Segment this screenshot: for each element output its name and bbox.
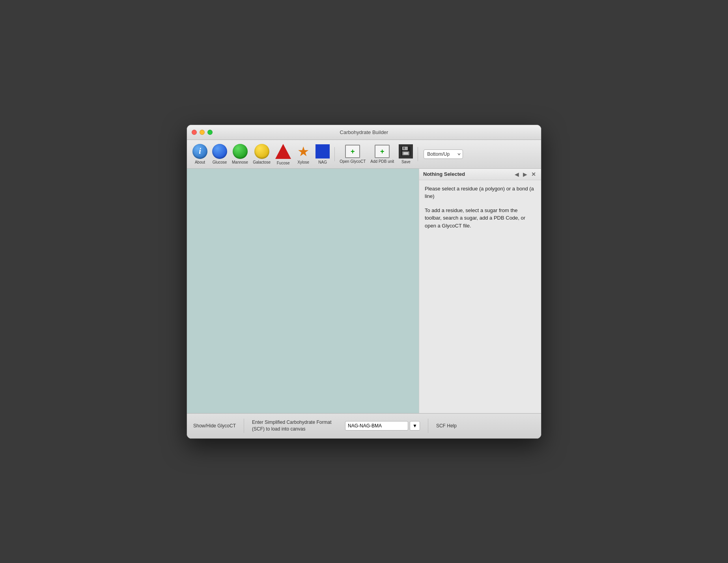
save-icon bbox=[399, 144, 413, 158]
open-glycoct-label: Open GlycoCT bbox=[340, 159, 366, 164]
main-window: Carbohydrate Builder i About Glucose Man… bbox=[187, 125, 541, 439]
svg-rect-2 bbox=[403, 147, 405, 149]
mannose-tool[interactable]: Mannose bbox=[230, 143, 250, 165]
svg-rect-4 bbox=[403, 152, 408, 155]
orientation-select[interactable]: Bottom/Up Top/Down Left/Right Right/Left bbox=[424, 149, 463, 159]
maximize-button[interactable] bbox=[207, 130, 213, 135]
xylose-label: Xylose bbox=[297, 160, 309, 164]
side-panel: Nothing Selected ◀ ▶ ✕ Please select a r… bbox=[419, 169, 541, 413]
mannose-icon bbox=[233, 144, 248, 159]
close-button[interactable] bbox=[192, 130, 197, 135]
xylose-tool[interactable]: ★ Xylose bbox=[294, 143, 312, 165]
glucose-label: Glucose bbox=[213, 160, 227, 164]
main-area: Nothing Selected ◀ ▶ ✕ Please select a r… bbox=[187, 169, 541, 413]
orientation-dropdown[interactable]: Bottom/Up Top/Down Left/Right Right/Left bbox=[424, 149, 463, 159]
svg-rect-1 bbox=[402, 147, 408, 150]
panel-nav: ◀ ▶ ✕ bbox=[513, 171, 537, 177]
open-glycoct-tool[interactable]: Open GlycoCT bbox=[338, 144, 367, 164]
add-pdb-icon bbox=[375, 145, 390, 158]
bottom-bar: Show/Hide GlycoCT Enter Simplified Carbo… bbox=[187, 413, 541, 438]
scf-input-wrapper: ▼ bbox=[345, 421, 420, 431]
traffic-lights bbox=[192, 130, 213, 135]
glucose-tool[interactable]: Glucose bbox=[211, 143, 229, 165]
fucose-icon bbox=[275, 144, 291, 159]
side-panel-content: Please select a residue (a polygon) or a… bbox=[419, 180, 541, 413]
toolbar-divider-2 bbox=[418, 147, 418, 161]
side-panel-header: Nothing Selected ◀ ▶ ✕ bbox=[419, 169, 541, 180]
galactose-label: Galactose bbox=[253, 160, 271, 164]
scf-dropdown-button[interactable]: ▼ bbox=[410, 421, 420, 431]
about-icon: i bbox=[192, 144, 207, 159]
nag-tool[interactable]: NAG bbox=[314, 143, 331, 165]
scf-description: Enter Simplified Carbohydrate Format (SC… bbox=[252, 419, 339, 433]
nag-label: NAG bbox=[318, 160, 327, 164]
toolbar-divider-1 bbox=[334, 147, 335, 161]
add-pdb-label: Add PDB unit bbox=[370, 159, 394, 164]
nag-icon bbox=[315, 144, 330, 158]
fucose-tool[interactable]: Fucose bbox=[274, 142, 293, 166]
galactose-icon bbox=[254, 144, 269, 159]
galactose-tool[interactable]: Galactose bbox=[251, 143, 272, 165]
scf-help-button[interactable]: SCF Help bbox=[436, 423, 457, 429]
canvas-area[interactable] bbox=[187, 169, 419, 413]
titlebar: Carbohydrate Builder bbox=[187, 125, 541, 140]
panel-prev-button[interactable]: ◀ bbox=[513, 172, 520, 177]
save-tool[interactable]: Save bbox=[397, 144, 414, 165]
bottom-divider-2 bbox=[428, 419, 428, 433]
scf-input[interactable] bbox=[345, 421, 408, 431]
panel-text-2: To add a residue, select a sugar from th… bbox=[425, 207, 536, 230]
add-pdb-tool[interactable]: Add PDB unit bbox=[369, 144, 396, 164]
about-label: About bbox=[195, 160, 205, 164]
about-tool[interactable]: i About bbox=[191, 143, 209, 165]
panel-title: Nothing Selected bbox=[423, 171, 465, 177]
open-glycoct-icon bbox=[345, 145, 360, 158]
fucose-label: Fucose bbox=[277, 161, 290, 165]
mannose-label: Mannose bbox=[232, 160, 248, 164]
glucose-icon bbox=[212, 144, 227, 159]
xylose-icon: ★ bbox=[296, 144, 311, 159]
minimize-button[interactable] bbox=[200, 130, 205, 135]
panel-next-button[interactable]: ▶ bbox=[522, 172, 528, 177]
toolbar: i About Glucose Mannose Galactose Fucose bbox=[187, 140, 541, 169]
save-label: Save bbox=[401, 160, 411, 164]
panel-close-button[interactable]: ✕ bbox=[530, 171, 537, 177]
show-hide-glycoct-button[interactable]: Show/Hide GlycoCT bbox=[193, 423, 236, 429]
window-title: Carbohydrate Builder bbox=[340, 129, 388, 135]
panel-text-1: Please select a residue (a polygon) or a… bbox=[425, 185, 536, 200]
bottom-divider-1 bbox=[244, 419, 244, 433]
